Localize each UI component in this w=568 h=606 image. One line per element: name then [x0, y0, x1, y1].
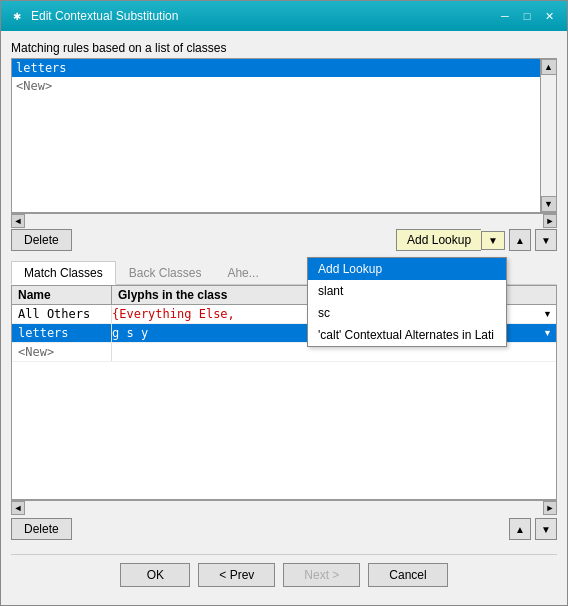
scroll-down-button[interactable]: ▼: [541, 196, 557, 212]
h-scroll-track[interactable]: [25, 214, 543, 227]
next-button[interactable]: Next >: [283, 563, 360, 587]
upper-list-container: letters <New> ▲ ▼ ◄ ►: [11, 58, 557, 227]
lower-h-scroll-left-button[interactable]: ◄: [11, 501, 25, 515]
upper-h-scrollbar: ◄ ►: [11, 213, 557, 227]
tab-ahead[interactable]: Ahe...: [214, 261, 271, 284]
minimize-button[interactable]: ─: [495, 7, 515, 25]
menu-item-calt[interactable]: 'calt' Contextual Alternates in Lati: [308, 324, 506, 346]
upper-list-area[interactable]: letters <New>: [12, 59, 540, 212]
cancel-button[interactable]: Cancel: [368, 563, 447, 587]
close-button[interactable]: ✕: [539, 7, 559, 25]
upper-toolbar: Delete Add Lookup ▼ ▲ ▼ Add Lookup slant…: [11, 229, 557, 251]
col-header-name: Name: [12, 286, 112, 304]
app-icon: ✱: [9, 8, 25, 24]
lower-h-scrollbar: ◄ ►: [11, 500, 557, 514]
upper-section: Matching rules based on a list of classe…: [11, 41, 557, 251]
scroll-up-button[interactable]: ▲: [541, 59, 557, 75]
cell-name-letters: letters: [12, 324, 112, 342]
menu-item-slant[interactable]: slant: [308, 280, 506, 302]
h-scroll-left-button[interactable]: ◄: [11, 214, 25, 228]
upper-section-label: Matching rules based on a list of classe…: [11, 41, 557, 55]
tab-match-classes[interactable]: Match Classes: [11, 261, 116, 285]
menu-item-sc[interactable]: sc: [308, 302, 506, 324]
cell-dropdown-arrow[interactable]: ▼: [539, 328, 556, 338]
move-down-button[interactable]: ▼: [535, 229, 557, 251]
lower-move-up-button[interactable]: ▲: [509, 518, 531, 540]
cell-name-new: <New>: [12, 343, 112, 361]
window: ✱ Edit Contextual Substitution ─ □ ✕ Mat…: [0, 0, 568, 606]
cell-dropdown-arrow[interactable]: ▼: [539, 309, 556, 319]
upper-list-scrollbar: ▲ ▼: [540, 59, 556, 212]
h-scroll-right-button[interactable]: ►: [543, 214, 557, 228]
lower-h-scroll-track[interactable]: [25, 501, 543, 514]
add-lookup-menu: Add Lookup slant sc 'calt' Contextual Al…: [307, 257, 507, 347]
cell-glyphs-text: {Everything Else,: [112, 307, 235, 321]
prev-button[interactable]: < Prev: [198, 563, 275, 587]
list-item-new[interactable]: <New>: [12, 77, 540, 95]
cell-name-all-others: All Others: [12, 305, 112, 323]
list-item[interactable]: letters: [12, 59, 540, 77]
lower-toolbar: Delete ▲ ▼: [11, 518, 557, 540]
menu-item-add-lookup[interactable]: Add Lookup: [308, 258, 506, 280]
scroll-track[interactable]: [541, 75, 556, 196]
lower-move-down-button[interactable]: ▼: [535, 518, 557, 540]
ok-button[interactable]: OK: [120, 563, 190, 587]
maximize-button[interactable]: □: [517, 7, 537, 25]
upper-delete-button[interactable]: Delete: [11, 229, 72, 251]
lower-delete-button[interactable]: Delete: [11, 518, 72, 540]
lower-h-scroll-right-button[interactable]: ►: [543, 501, 557, 515]
content-area: Matching rules based on a list of classe…: [1, 31, 567, 605]
add-lookup-button[interactable]: Add Lookup: [396, 229, 481, 251]
upper-list-inner: letters <New> ▲ ▼: [11, 58, 557, 213]
title-bar: ✱ Edit Contextual Substitution ─ □ ✕: [1, 1, 567, 31]
add-lookup-arrow-button[interactable]: ▼: [481, 231, 505, 250]
window-title: Edit Contextual Substitution: [31, 9, 178, 23]
tab-back-classes[interactable]: Back Classes: [116, 261, 215, 284]
footer: OK < Prev Next > Cancel: [11, 554, 557, 595]
add-lookup-dropdown: Add Lookup ▼: [396, 229, 505, 251]
cell-glyphs-text: g s y: [112, 326, 148, 340]
move-up-button[interactable]: ▲: [509, 229, 531, 251]
